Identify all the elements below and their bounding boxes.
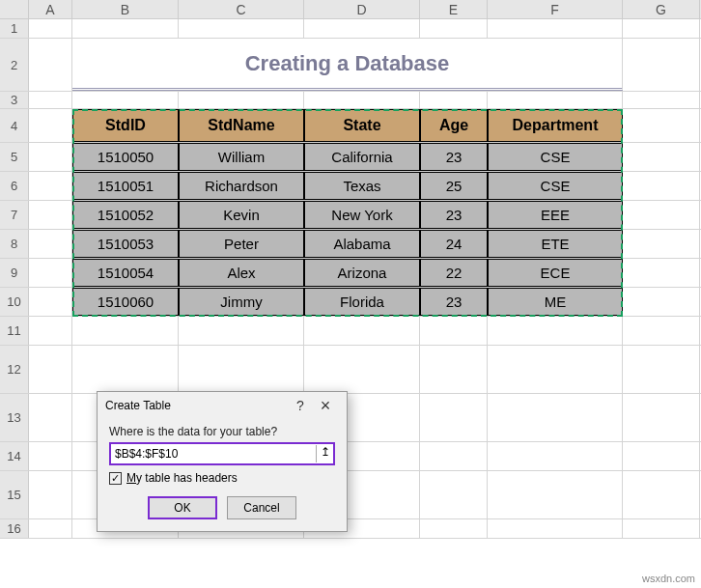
row-header-11[interactable]: 11 xyxy=(0,317,29,345)
row-header-7[interactable]: 7 xyxy=(0,201,29,229)
cancel-button[interactable]: Cancel xyxy=(227,496,296,519)
create-table-dialog: Create Table ? × Where is the data for y… xyxy=(97,391,348,532)
headers-checkbox[interactable]: ✓ xyxy=(109,472,122,485)
row-header-8[interactable]: 8 xyxy=(0,230,29,258)
help-icon[interactable]: ? xyxy=(289,398,312,413)
dialog-title-text: Create Table xyxy=(105,399,289,412)
table-row: 6 1510051 Richardson Texas 25 CSE xyxy=(0,172,701,201)
col-header-c[interactable]: C xyxy=(179,0,304,18)
row-2: 2 Creating a Database xyxy=(0,39,701,92)
ok-button[interactable]: OK xyxy=(148,496,217,519)
page-title[interactable]: Creating a Database xyxy=(72,39,623,91)
row-3: 3 xyxy=(0,92,701,109)
table-row: 7 1510052 Kevin New York 23 EEE xyxy=(0,201,701,230)
row-header-3[interactable]: 3 xyxy=(0,92,29,108)
th-stdid[interactable]: StdID xyxy=(72,109,179,142)
column-headers: A B C D E F G xyxy=(0,0,701,19)
row-11: 11 xyxy=(0,317,701,346)
table-row: 10 1510060 Jimmy Florida 23 ME xyxy=(0,288,701,317)
th-state[interactable]: State xyxy=(304,109,420,142)
col-header-d[interactable]: D xyxy=(304,0,420,18)
col-header-f[interactable]: F xyxy=(488,0,623,18)
headers-checkbox-row[interactable]: ✓ My table has headers xyxy=(109,471,335,485)
range-input-wrapper: ↥ xyxy=(109,442,335,465)
close-icon[interactable]: × xyxy=(312,399,339,412)
row-header-2[interactable]: 2 xyxy=(0,39,29,91)
col-header-g[interactable]: G xyxy=(623,0,700,18)
row-header-12[interactable]: 12 xyxy=(0,346,29,393)
row-header-5[interactable]: 5 xyxy=(0,143,29,171)
col-header-b[interactable]: B xyxy=(72,0,179,18)
dialog-question: Where is the data for your table? xyxy=(109,425,335,438)
row-1: 1 xyxy=(0,19,701,39)
dialog-body: Where is the data for your table? ↥ ✓ My… xyxy=(98,419,347,531)
row-header-13[interactable]: 13 xyxy=(0,394,29,441)
select-all-corner[interactable] xyxy=(0,0,29,18)
watermark: wsxdn.com xyxy=(642,573,695,584)
row-header-4[interactable]: 4 xyxy=(0,109,29,142)
row-header-10[interactable]: 10 xyxy=(0,288,29,316)
table-row: 5 1510050 William California 23 CSE xyxy=(0,143,701,172)
headers-checkbox-label: My table has headers xyxy=(126,471,238,485)
row-12: 12 xyxy=(0,346,701,394)
row-header-6[interactable]: 6 xyxy=(0,172,29,200)
row-header-14[interactable]: 14 xyxy=(0,442,29,470)
dialog-titlebar[interactable]: Create Table ? × xyxy=(98,392,347,419)
row-header-9[interactable]: 9 xyxy=(0,259,29,287)
th-age[interactable]: Age xyxy=(420,109,488,142)
collapse-dialog-icon[interactable]: ↥ xyxy=(316,445,333,462)
row-4: 4 StdID StdName State Age Department xyxy=(0,109,701,143)
dialog-buttons: OK Cancel xyxy=(109,496,335,519)
col-header-e[interactable]: E xyxy=(420,0,488,18)
th-stdname[interactable]: StdName xyxy=(179,109,304,142)
row-header-16[interactable]: 16 xyxy=(0,519,29,538)
th-department[interactable]: Department xyxy=(488,109,623,142)
range-input[interactable] xyxy=(111,445,316,462)
row-header-1[interactable]: 1 xyxy=(0,19,29,38)
col-header-a[interactable]: A xyxy=(29,0,72,18)
table-row: 8 1510053 Peter Alabama 24 ETE xyxy=(0,230,701,259)
table-row: 9 1510054 Alex Arizona 22 ECE xyxy=(0,259,701,288)
row-header-15[interactable]: 15 xyxy=(0,471,29,518)
